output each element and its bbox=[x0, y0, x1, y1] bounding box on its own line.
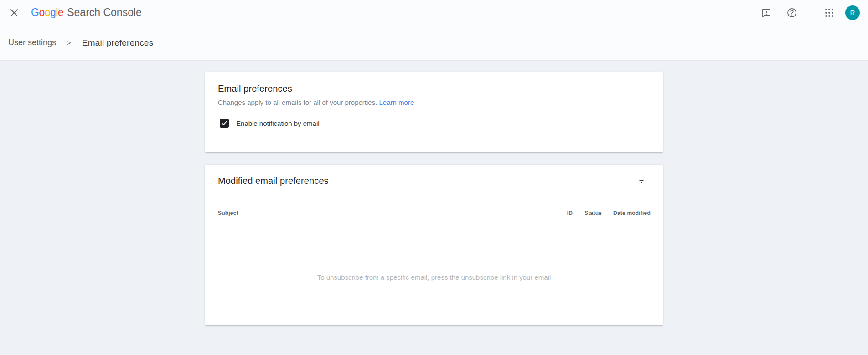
checkbox-label: Enable notification by email bbox=[236, 120, 320, 127]
chevron-right-icon: > bbox=[67, 39, 71, 47]
apps-grid-button[interactable] bbox=[823, 7, 835, 19]
apps-grid-icon bbox=[824, 8, 834, 18]
breadcrumb: User settings > Email preferences bbox=[0, 25, 868, 61]
close-button[interactable] bbox=[8, 7, 20, 19]
description-text: Changes apply to all emails for all of y… bbox=[218, 99, 377, 106]
top-app-bar: Google Search Console bbox=[0, 0, 868, 25]
empty-state-message: To unsubscribe from a specific email, pr… bbox=[317, 273, 551, 281]
email-preferences-card: Email preferences Changes apply to all e… bbox=[205, 72, 663, 152]
card-title: Modified email preferences bbox=[218, 176, 329, 186]
google-logo: Google bbox=[31, 6, 63, 19]
column-header-subject: Subject bbox=[218, 210, 567, 216]
column-header-id: ID bbox=[567, 210, 573, 216]
product-name: Search Console bbox=[67, 6, 142, 19]
column-header-status: Status bbox=[584, 210, 602, 216]
feedback-icon bbox=[761, 7, 772, 18]
learn-more-link[interactable]: Learn more bbox=[379, 99, 414, 106]
filter-button[interactable] bbox=[636, 174, 647, 186]
main-content: Email preferences Changes apply to all e… bbox=[0, 61, 868, 325]
app-logo[interactable]: Google Search Console bbox=[31, 6, 142, 19]
account-avatar[interactable]: R bbox=[845, 5, 860, 20]
breadcrumb-current-page: Email preferences bbox=[82, 38, 154, 48]
close-icon bbox=[10, 8, 19, 17]
breadcrumb-user-settings[interactable]: User settings bbox=[8, 38, 56, 47]
help-button[interactable] bbox=[786, 7, 798, 19]
column-header-date-modified: Date modified bbox=[613, 210, 651, 216]
feedback-button[interactable] bbox=[760, 7, 772, 19]
table-header-row: Subject ID Status Date modified bbox=[205, 210, 663, 216]
card-title: Email preferences bbox=[218, 84, 650, 94]
filter-list-icon bbox=[636, 175, 647, 186]
table-empty-state: To unsubscribe from a specific email, pr… bbox=[205, 229, 663, 325]
enable-notification-row[interactable]: Enable notification by email bbox=[218, 119, 650, 128]
modified-email-preferences-card: Modified email preferences Subject ID St… bbox=[205, 165, 663, 325]
card-description: Changes apply to all emails for all of y… bbox=[218, 99, 650, 106]
checkbox-checked-icon[interactable] bbox=[220, 119, 229, 128]
help-icon bbox=[786, 7, 797, 18]
